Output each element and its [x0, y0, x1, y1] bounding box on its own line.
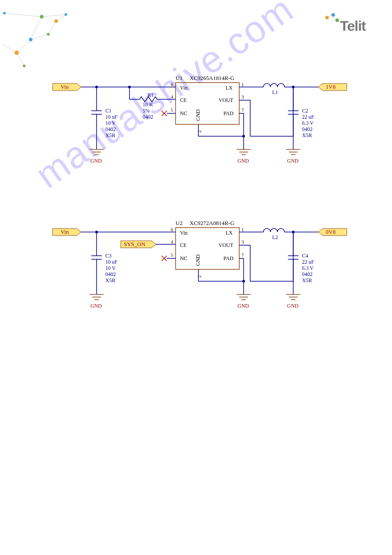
svg-text:5%: 5%	[143, 108, 150, 114]
svg-text:22 uF: 22 uF	[302, 114, 314, 120]
svg-text:0V8: 0V8	[326, 229, 335, 235]
logo-text: Telit	[340, 18, 366, 34]
svg-text:5: 5	[171, 107, 173, 112]
port-vin-label: Vin	[61, 83, 69, 90]
svg-text:Vin: Vin	[61, 229, 69, 235]
svg-line-5	[48, 21, 56, 34]
svg-text:GND: GND	[195, 254, 201, 266]
ic-u1-ref: U1	[176, 75, 183, 81]
svg-text:3: 3	[241, 239, 244, 244]
svg-text:XC9272A0814R-G: XC9272A0814R-G	[190, 220, 234, 226]
gnd-icon: GND	[286, 149, 300, 164]
svg-line-0	[4, 13, 42, 17]
gnd-icon: GND	[237, 149, 251, 164]
svg-text:4: 4	[171, 94, 173, 99]
svg-text:6: 6	[171, 227, 173, 232]
svg-text:C4: C4	[302, 253, 308, 259]
svg-line-3	[17, 40, 31, 53]
svg-text:0402: 0402	[302, 271, 313, 277]
svg-point-14	[14, 51, 19, 55]
svg-text:6: 6	[171, 82, 173, 87]
svg-text:6.3 V: 6.3 V	[302, 120, 314, 126]
svg-text:GND: GND	[90, 303, 102, 309]
svg-line-6	[2, 44, 17, 53]
svg-text:X5R: X5R	[302, 277, 312, 283]
svg-text:LX: LX	[226, 230, 233, 236]
svg-text:VOUT: VOUT	[219, 242, 234, 248]
svg-text:CE: CE	[180, 242, 187, 248]
schematic-circuit-1: Vin 1V8 U1 XC9265A1814R-G Vin CE NC 6 4 …	[44, 75, 351, 176]
svg-text:0402: 0402	[302, 126, 313, 132]
svg-text:3: 3	[241, 94, 244, 99]
c1-ref: C1	[105, 108, 111, 114]
svg-text:X5R: X5R	[105, 132, 115, 138]
svg-text:GND: GND	[287, 158, 298, 164]
svg-text:7: 7	[241, 107, 244, 112]
svg-text:LX: LX	[226, 85, 233, 91]
svg-text:5: 5	[171, 252, 173, 258]
svg-point-11	[65, 13, 67, 16]
svg-line-2	[31, 17, 42, 40]
svg-text:2: 2	[197, 276, 202, 278]
svg-text:6.3 V: 6.3 V	[302, 265, 314, 271]
svg-text:10 V: 10 V	[105, 120, 116, 126]
c2-ref: C2	[302, 108, 308, 114]
svg-text:10 uF: 10 uF	[105, 259, 118, 265]
r1-ref: R1	[147, 92, 154, 98]
svg-text:GND: GND	[237, 158, 249, 164]
svg-text:GND: GND	[287, 303, 298, 309]
svg-text:GND: GND	[237, 303, 249, 309]
svg-text:1: 1	[241, 82, 244, 87]
svg-line-1	[42, 15, 66, 17]
svg-text:U2: U2	[176, 220, 183, 226]
svg-text:10 K: 10 K	[143, 102, 153, 108]
svg-text:10 uF: 10 uF	[105, 114, 118, 120]
svg-text:0402: 0402	[143, 114, 153, 120]
nc-marker-icon	[162, 111, 167, 116]
decorative-graph	[0, 0, 88, 75]
svg-text:Vin: Vin	[180, 85, 187, 91]
svg-text:2: 2	[197, 131, 202, 133]
svg-point-15	[23, 65, 25, 67]
schematic-circuit-2: Vin 0V8 SYS_ON U2 XC9272A0814R-G Vin CE …	[44, 220, 351, 321]
svg-text:NC: NC	[180, 255, 187, 261]
svg-text:L2: L2	[272, 234, 278, 240]
svg-text:GND: GND	[195, 109, 201, 121]
svg-line-7	[17, 53, 24, 66]
svg-text:1: 1	[241, 227, 244, 232]
svg-text:22 uF: 22 uF	[302, 259, 314, 265]
svg-text:X5R: X5R	[302, 132, 312, 138]
svg-point-13	[47, 33, 50, 36]
svg-text:PAD: PAD	[223, 255, 234, 261]
svg-text:0402: 0402	[105, 126, 116, 132]
svg-text:4: 4	[171, 239, 173, 244]
port-1v8-label: 1V8	[326, 83, 335, 90]
svg-text:VOUT: VOUT	[219, 97, 234, 103]
svg-text:Vin: Vin	[180, 230, 187, 236]
logo: Telit	[325, 13, 366, 34]
svg-point-12	[29, 38, 32, 41]
svg-text:PAD: PAD	[223, 110, 234, 116]
svg-text:0402: 0402	[105, 271, 116, 277]
svg-text:10 V: 10 V	[105, 265, 116, 271]
svg-point-9	[40, 15, 43, 18]
svg-text:CE: CE	[180, 97, 187, 103]
svg-text:C3: C3	[105, 253, 111, 259]
svg-point-10	[54, 19, 58, 23]
svg-point-16	[3, 12, 6, 15]
svg-text:NC: NC	[180, 110, 187, 116]
svg-text:7: 7	[241, 252, 244, 258]
l1-ref: L1	[272, 89, 278, 95]
ic-u1-part: XC9265A1814R-G	[190, 75, 234, 81]
svg-text:GND: GND	[90, 158, 102, 164]
gnd-icon: GND	[90, 149, 104, 164]
svg-text:X5R: X5R	[105, 277, 115, 283]
svg-line-4	[31, 34, 48, 40]
svg-text:SYS_ON: SYS_ON	[124, 241, 146, 247]
